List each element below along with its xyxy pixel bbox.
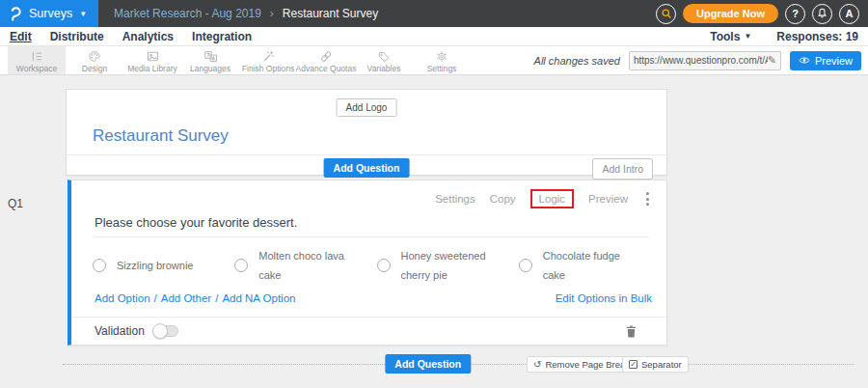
breadcrumb-survey-name[interactable]: Restaurant Survey: [283, 7, 378, 20]
tag-icon: [377, 49, 391, 63]
breadcrumb: Market Research - Aug 2019 › Restaurant …: [114, 7, 378, 20]
more-options-icon[interactable]: [642, 190, 653, 208]
preview-button[interactable]: Preview: [790, 51, 861, 70]
questionpro-logo-icon: [10, 7, 22, 21]
autosave-status: All changes saved: [534, 55, 620, 67]
image-icon: [146, 49, 160, 63]
remove-page-break-icon: ↺: [533, 360, 541, 370]
add-option-link[interactable]: Add Option: [95, 292, 150, 304]
question-logic-link-highlighted[interactable]: Logic: [530, 189, 575, 208]
survey-url-input[interactable]: [634, 55, 768, 66]
search-icon: [661, 8, 672, 19]
chain-link-icon: [319, 49, 333, 63]
notifications-button[interactable]: [812, 4, 832, 24]
palette-icon: [88, 49, 101, 63]
validation-label: Validation: [95, 324, 145, 338]
question-number-label: Q1: [8, 197, 23, 210]
answer-option-2[interactable]: Molten choco lava cake: [234, 246, 372, 286]
breadcrumb-folder[interactable]: Market Research - Aug 2019: [114, 7, 261, 20]
upgrade-now-button[interactable]: Upgrade Now: [683, 4, 778, 23]
questionpro-survey-editor: Surveys ▼ Market Research - Aug 2019 › R…: [0, 0, 868, 388]
question-actions: Settings Copy Logic Preview: [435, 189, 653, 208]
tools-dropdown[interactable]: Tools ▼: [710, 30, 751, 43]
toolbar-item-advance-quotas[interactable]: Advance Quotas: [297, 46, 355, 74]
radio-icon[interactable]: [519, 259, 532, 272]
add-question-button-bottom[interactable]: Add Question: [385, 354, 471, 374]
question-footer: Validation: [71, 317, 666, 345]
radio-icon[interactable]: [234, 259, 248, 272]
checkbox-checked-icon[interactable]: ✓: [629, 360, 637, 369]
chevron-down-icon: ▼: [744, 32, 751, 41]
preview-label: Preview: [815, 55, 853, 67]
option-links-row: Add Option / Add Other / Add NA Option E…: [95, 292, 652, 304]
brand-label: Surveys: [29, 7, 72, 20]
toolbar-item-languages[interactable]: Languages: [181, 46, 239, 74]
help-button[interactable]: ?: [785, 4, 805, 24]
divider: [67, 154, 666, 155]
add-intro-button[interactable]: Add Intro: [592, 158, 653, 180]
toolbar-item-finish-options[interactable]: Finish Options: [239, 46, 297, 74]
radio-icon[interactable]: [377, 259, 391, 272]
tools-label: Tools: [710, 30, 740, 43]
add-na-option-link[interactable]: Add NA Option: [222, 292, 295, 304]
avatar-initial: A: [846, 8, 854, 19]
help-icon: ?: [792, 8, 799, 19]
delete-question-icon[interactable]: [625, 324, 637, 339]
question-block-q1: Settings Copy Logic Preview Please choos…: [68, 180, 667, 346]
translate-icon: [203, 49, 218, 63]
search-button[interactable]: [656, 4, 676, 24]
tab-analytics[interactable]: Analytics: [122, 30, 174, 43]
question-settings-link[interactable]: Settings: [435, 193, 475, 205]
divider: [95, 236, 649, 237]
toolbar-item-variables[interactable]: Variables: [355, 46, 413, 74]
tab-distribute[interactable]: Distribute: [50, 30, 104, 43]
responses-count[interactable]: Responses: 19: [776, 30, 858, 43]
toggle-knob: [152, 323, 168, 339]
answer-options: Sizzling brownie Molten choco lava cake …: [93, 246, 657, 286]
toolbar-item-settings[interactable]: Settings: [413, 46, 471, 74]
gear-icon: [435, 49, 448, 63]
edit-url-icon[interactable]: ✎: [768, 55, 776, 66]
tab-edit[interactable]: Edit: [10, 30, 32, 43]
separator-toggle[interactable]: ✓ Separator: [622, 356, 689, 373]
radio-icon[interactable]: [93, 259, 106, 272]
question-preview-link[interactable]: Preview: [588, 193, 628, 205]
toolbar-item-design[interactable]: Design: [66, 46, 123, 74]
toolbar-right: All changes saved ✎ Preview: [534, 46, 868, 74]
editor-toolbar: Workspace Design Media Library Languages…: [0, 46, 868, 75]
question-copy-link[interactable]: Copy: [490, 193, 516, 205]
answer-option-3[interactable]: Honey sweetened cherry pie: [377, 246, 515, 286]
add-other-link[interactable]: Add Other: [161, 292, 211, 304]
edit-options-in-bulk-link[interactable]: Edit Options in Bulk: [556, 292, 652, 304]
survey-title[interactable]: Restaurant Survey: [93, 126, 229, 146]
survey-url-box: ✎: [629, 51, 781, 70]
validation-toggle[interactable]: [153, 325, 178, 337]
tab-integration[interactable]: Integration: [192, 30, 252, 43]
answer-option-1[interactable]: Sizzling brownie: [93, 246, 231, 286]
eye-icon: [799, 56, 810, 65]
wand-icon: [261, 49, 275, 63]
chevron-down-icon: ▼: [79, 10, 87, 18]
question-text[interactable]: Please choose your favorite dessert.: [95, 215, 297, 230]
toolbar-item-workspace[interactable]: Workspace: [8, 46, 66, 74]
surveys-menu-button[interactable]: Surveys ▼: [0, 0, 98, 27]
add-logo-button[interactable]: Add Logo: [337, 98, 397, 117]
avatar[interactable]: A: [839, 4, 859, 24]
top-bar: Surveys ▼ Market Research - Aug 2019 › R…: [0, 0, 868, 27]
bell-icon: [817, 8, 827, 19]
survey-menu-bar: Edit Distribute Analytics Integration To…: [0, 27, 868, 46]
add-question-button-top[interactable]: Add Question: [324, 158, 410, 178]
breadcrumb-separator: ›: [270, 7, 274, 20]
menubar-right: Tools ▼ Responses: 19: [710, 30, 858, 43]
workspace-icon: [30, 49, 44, 63]
survey-header-card: Add Logo Restaurant Survey Add Question …: [66, 89, 667, 176]
remove-page-break-button[interactable]: ↺ Remove Page Break: [527, 356, 637, 373]
answer-option-4[interactable]: Chocolate fudge cake: [519, 246, 657, 286]
toolbar-item-media-library[interactable]: Media Library: [123, 46, 181, 74]
topbar-actions: Upgrade Now ? A: [656, 4, 868, 24]
